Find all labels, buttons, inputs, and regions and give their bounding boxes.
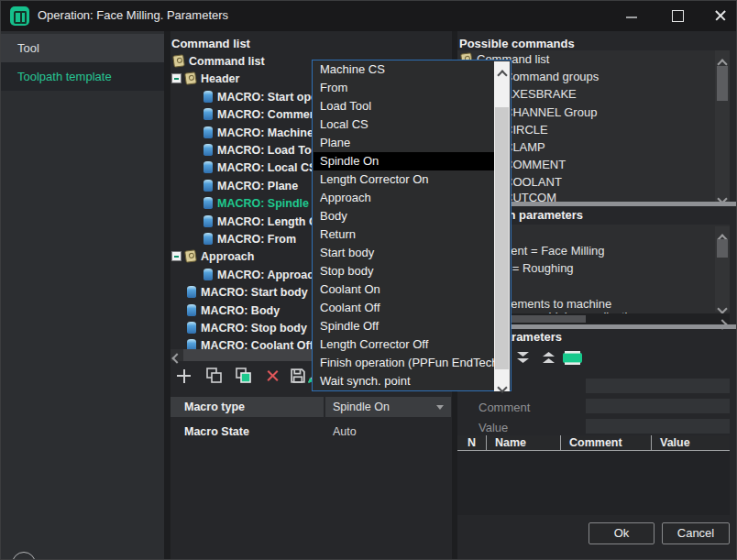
tag-icon — [184, 71, 197, 85]
paste-icon — [234, 366, 254, 388]
scroll-left-arrow[interactable] — [170, 349, 183, 361]
sidebar-divider — [164, 31, 170, 560]
scroll-up-arrow[interactable] — [499, 66, 506, 82]
table-header-value: Value — [651, 435, 730, 450]
window-title: Operation: Face Milling. Parameters — [38, 8, 228, 22]
menu-item-coolant-on[interactable]: Coolant On — [314, 280, 496, 299]
delete-button[interactable] — [263, 366, 283, 388]
table-header-name: Name — [486, 435, 560, 450]
macro-icon — [187, 322, 196, 334]
minimize-icon — [626, 16, 637, 18]
menu-item-finish-operation[interactable]: Finish operation (PPFun EndTech... — [314, 354, 496, 372]
menu-item-length-corrector-on[interactable]: Length Corrector On — [314, 170, 496, 189]
name-input[interactable] — [586, 379, 730, 393]
macro-icon — [204, 215, 213, 227]
move-up-button[interactable] — [541, 350, 556, 369]
macro-icon — [204, 108, 213, 120]
table-header-n: N — [457, 435, 486, 450]
copy-icon — [204, 366, 225, 388]
menu-item-approach[interactable]: Approach — [314, 189, 496, 207]
scrollbar-thumb[interactable] — [717, 239, 728, 258]
dialog-window: Operation: Face Milling. Parameters Tool… — [0, 0, 737, 560]
menu-vscrollbar[interactable] — [494, 61, 510, 391]
close-button[interactable] — [705, 1, 736, 31]
add-command-button[interactable] — [174, 366, 194, 388]
cancel-button[interactable]: Cancel — [662, 522, 730, 544]
menu-item-length-corrector-off[interactable]: Length Corrector Off — [314, 335, 496, 354]
macro-icon — [204, 180, 213, 192]
table-header-comment: Comment — [560, 435, 651, 450]
macro-state-label: Macro State — [170, 425, 249, 438]
menu-item-from[interactable]: From — [314, 79, 496, 97]
value-label: Value — [478, 421, 508, 434]
command-context-menu: Machine CS From Load Tool Local CS Plane… — [312, 60, 512, 391]
scrollbar-thumb[interactable] — [717, 66, 728, 101]
macro-icon — [204, 197, 213, 209]
scroll-down-arrow[interactable] — [499, 379, 506, 395]
menu-item-coolant-off[interactable]: Coolant Off — [314, 299, 496, 317]
insert-row-icon — [563, 351, 583, 366]
menu-item-return[interactable]: Return — [314, 225, 496, 244]
menu-item-stop-body[interactable]: Stop body — [314, 262, 496, 280]
menu-item-spindle-off[interactable]: Spindle Off — [314, 317, 496, 335]
macro-state-value: Auto — [333, 425, 357, 438]
scroll-right-arrow[interactable] — [719, 315, 726, 332]
menu-item-plane[interactable]: Plane — [314, 134, 496, 152]
maximize-button[interactable] — [662, 1, 693, 31]
comment-label: Comment — [478, 401, 530, 414]
help-button[interactable]: ? — [12, 552, 36, 560]
move-down-button[interactable] — [515, 350, 531, 369]
macro-icon — [204, 233, 213, 245]
macro-icon — [204, 161, 213, 173]
collapse-icon[interactable] — [171, 73, 182, 83]
table-body — [457, 451, 730, 515]
macro-type-combo[interactable]: Spindle On — [325, 397, 451, 417]
macro-icon — [187, 304, 196, 316]
tag-icon — [172, 54, 185, 68]
menu-item-start-body[interactable]: Start body — [314, 244, 496, 262]
macro-icon — [204, 269, 213, 280]
chevron-down-icon — [436, 405, 444, 410]
possible-commands-vscrollbar[interactable] — [715, 50, 730, 203]
sidebar-item-tool[interactable]: Tool — [1, 34, 164, 62]
save-icon — [289, 366, 307, 386]
copy-button[interactable] — [204, 366, 225, 388]
menu-item-body[interactable]: Body — [314, 207, 496, 225]
menu-item-load-tool[interactable]: Load Tool — [314, 97, 496, 115]
maximize-icon — [672, 10, 684, 22]
scrollbar-thumb[interactable] — [495, 107, 509, 369]
app-logo-icon — [10, 6, 29, 26]
menu-item-machine-cs[interactable]: Machine CS — [314, 60, 496, 79]
operation-parameters-vscrollbar[interactable] — [715, 226, 730, 312]
macro-icon — [204, 91, 213, 103]
paste-button[interactable] — [234, 366, 254, 388]
menu-item-local-cs[interactable]: Local CS — [314, 115, 496, 134]
minimize-button[interactable] — [616, 1, 647, 31]
macro-icon — [187, 286, 196, 298]
sidebar: Tool Toolpath template ? — [1, 31, 164, 560]
ok-button[interactable]: Ok — [588, 522, 654, 544]
title-bar: Operation: Face Milling. Parameters — [1, 1, 737, 31]
macro-type-label: Macro type — [170, 401, 245, 413]
insert-row-button[interactable] — [563, 351, 583, 369]
macro-icon — [204, 126, 213, 138]
double-chevron-up-icon — [541, 350, 556, 366]
sidebar-item-toolpath-template[interactable]: Toolpath template — [1, 62, 164, 91]
value-input[interactable] — [586, 419, 730, 434]
macro-icon — [204, 144, 213, 156]
menu-item-wait-synch-point[interactable]: Wait synch. point — [314, 372, 496, 390]
comment-input[interactable] — [586, 399, 730, 413]
menu-item-spindle-on[interactable]: Spindle On — [314, 152, 496, 170]
command-list-title: Command list — [171, 37, 250, 50]
collapse-icon[interactable] — [171, 251, 182, 261]
tag-icon — [184, 249, 197, 263]
double-chevron-down-icon — [515, 350, 531, 366]
possible-commands-title: Possible commands — [459, 37, 575, 50]
